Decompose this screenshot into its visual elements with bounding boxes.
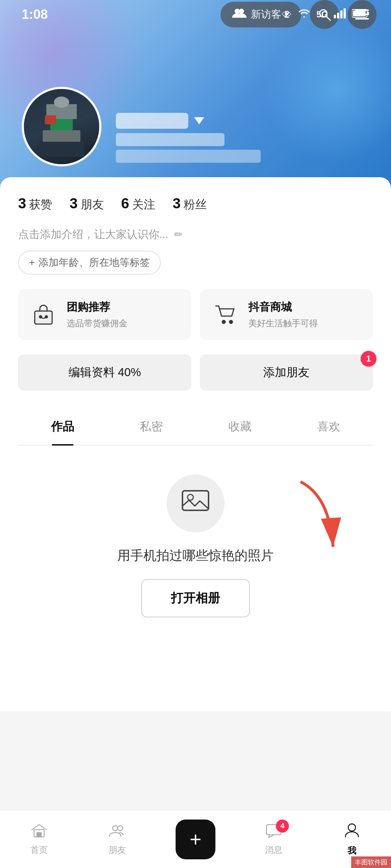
- stat-likes-num: 3: [18, 195, 26, 212]
- stat-following-num: 6: [121, 195, 129, 212]
- svg-rect-23: [37, 833, 41, 837]
- battery-icon: [352, 9, 369, 21]
- user-name-area: [116, 113, 369, 166]
- svg-rect-3: [344, 8, 346, 18]
- empty-icon-circle: [167, 475, 224, 532]
- user-id-blurred: [116, 133, 224, 146]
- stats-row: 3 获赞 3 朋友 6 关注 3 粉丝: [18, 195, 373, 213]
- nav-me-label: 我: [348, 845, 356, 856]
- stat-fans-num: 3: [173, 195, 181, 212]
- status-time: 1:08: [22, 7, 48, 22]
- group-buy-card[interactable]: 团购推荐 选品带货赚佣金: [18, 289, 191, 340]
- add-friend-label: 添加朋友: [263, 365, 310, 380]
- tab-works[interactable]: 作品: [18, 409, 107, 445]
- douyin-shop-card[interactable]: 抖音商城 美好生活触手可得: [200, 289, 373, 340]
- stat-friends-label: 朋友: [81, 197, 104, 213]
- wifi-icon: [298, 8, 311, 21]
- empty-description: 用手机拍过哪些惊艳的照片: [117, 547, 274, 565]
- open-album-label: 打开相册: [171, 591, 220, 605]
- svg-point-17: [222, 320, 225, 323]
- svg-rect-0: [334, 15, 336, 18]
- me-icon: [345, 822, 359, 842]
- group-buy-text: 团购推荐 选品带货赚佣金: [67, 300, 127, 329]
- eye-icon: 👁: [282, 9, 292, 21]
- open-album-button[interactable]: 打开相册: [141, 579, 250, 617]
- tabs-row: 作品 私密 收藏 喜欢: [18, 409, 373, 446]
- tab-likes-label: 喜欢: [317, 420, 340, 433]
- group-buy-subtitle: 选品带货赚佣金: [67, 318, 127, 329]
- douyin-shop-icon: [211, 300, 240, 329]
- nav-friends[interactable]: 朋友: [78, 810, 156, 868]
- svg-rect-5: [367, 12, 369, 15]
- svg-rect-14: [35, 311, 52, 324]
- watermark: 丰图软件园: [351, 856, 391, 868]
- svg-point-24: [113, 826, 118, 831]
- red-arrow: [286, 475, 344, 563]
- tab-likes[interactable]: 喜欢: [284, 409, 373, 445]
- svg-point-25: [118, 826, 123, 831]
- stat-following[interactable]: 6 关注: [121, 195, 155, 213]
- add-friend-button[interactable]: 添加朋友 1: [200, 354, 373, 391]
- nav-messages-label: 消息: [265, 844, 282, 856]
- tag-plus-icon: +: [29, 257, 35, 268]
- svg-point-27: [348, 824, 356, 831]
- signal-icon: [334, 8, 346, 21]
- stat-friends[interactable]: 3 朋友: [70, 195, 104, 213]
- stat-following-label: 关注: [132, 197, 155, 213]
- dropdown-arrow-icon[interactable]: [194, 117, 204, 124]
- home-icon: [31, 823, 47, 841]
- status-icons: 👁 5G: [282, 8, 369, 21]
- stat-fans-label: 粉丝: [184, 197, 207, 213]
- nav-home-label: 首页: [30, 844, 48, 856]
- tab-private-label: 私密: [140, 420, 163, 433]
- bio-row[interactable]: 点击添加介绍，让大家认识你... ✏: [18, 227, 373, 242]
- photo-icon: [181, 488, 210, 519]
- watermark-text: 丰图软件园: [351, 856, 391, 868]
- svg-point-18: [230, 320, 232, 323]
- nav-messages[interactable]: 4 消息: [235, 810, 313, 868]
- profile-info-section: [22, 87, 369, 166]
- stat-fans[interactable]: 3 粉丝: [173, 195, 207, 213]
- nav-home[interactable]: 首页: [0, 810, 78, 868]
- bio-edit-icon[interactable]: ✏: [174, 229, 182, 241]
- svg-rect-1: [337, 13, 339, 18]
- user-name-row: [116, 113, 369, 129]
- tab-private[interactable]: 私密: [107, 409, 196, 445]
- add-friend-badge: 1: [361, 351, 377, 367]
- nav-friends-label: 朋友: [109, 844, 126, 856]
- messages-badge: 4: [276, 820, 289, 833]
- edit-profile-label: 编辑资料 40%: [68, 365, 141, 380]
- svg-rect-2: [340, 10, 342, 18]
- action-row: 编辑资料 40% 添加朋友 1: [18, 354, 373, 391]
- 5g-icon: 5G: [316, 9, 328, 20]
- messages-badge-wrapper: 4: [266, 823, 282, 841]
- svg-rect-19: [182, 491, 209, 510]
- edit-profile-button[interactable]: 编辑资料 40%: [18, 354, 191, 391]
- main-card: 3 获赞 3 朋友 6 关注 3 粉丝 点击添加介绍，让大家认识你... ✏ +…: [0, 177, 391, 711]
- empty-state: 用手机拍过哪些惊艳的照片 打开相册: [18, 446, 373, 639]
- status-bar: 1:08 👁 5G: [0, 0, 391, 29]
- plus-icon: +: [190, 829, 202, 850]
- stat-likes[interactable]: 3 获赞: [18, 195, 52, 213]
- douyin-shop-text: 抖音商城 美好生活触手可得: [248, 300, 318, 329]
- douyin-shop-title: 抖音商城: [248, 300, 318, 315]
- stat-friends-num: 3: [70, 195, 77, 212]
- bio-placeholder: 点击添加介绍，让大家认识你...: [18, 227, 168, 242]
- bottom-nav: 首页 朋友 + 4 消息: [0, 810, 391, 868]
- user-name-blurred: [116, 113, 188, 129]
- douyin-shop-subtitle: 美好生活触手可得: [248, 318, 318, 329]
- friends-icon: [109, 823, 126, 841]
- bottom-spacer: [18, 639, 373, 711]
- add-tag-button[interactable]: + 添加年龄、所在地等标签: [18, 251, 161, 275]
- nav-plus-button[interactable]: +: [176, 820, 215, 859]
- feature-row: 团购推荐 选品带货赚佣金 抖音商城 美好生活触手可得: [18, 289, 373, 340]
- group-buy-icon: [29, 300, 58, 329]
- user-extra-blurred: [116, 150, 261, 163]
- tab-favorites[interactable]: 收藏: [196, 409, 284, 445]
- avatar[interactable]: [22, 87, 101, 166]
- tab-works-label: 作品: [51, 420, 74, 433]
- tag-label: 添加年龄、所在地等标签: [38, 256, 150, 269]
- svg-point-20: [188, 494, 193, 500]
- group-buy-title: 团购推荐: [67, 300, 127, 315]
- stat-likes-label: 获赞: [29, 197, 52, 213]
